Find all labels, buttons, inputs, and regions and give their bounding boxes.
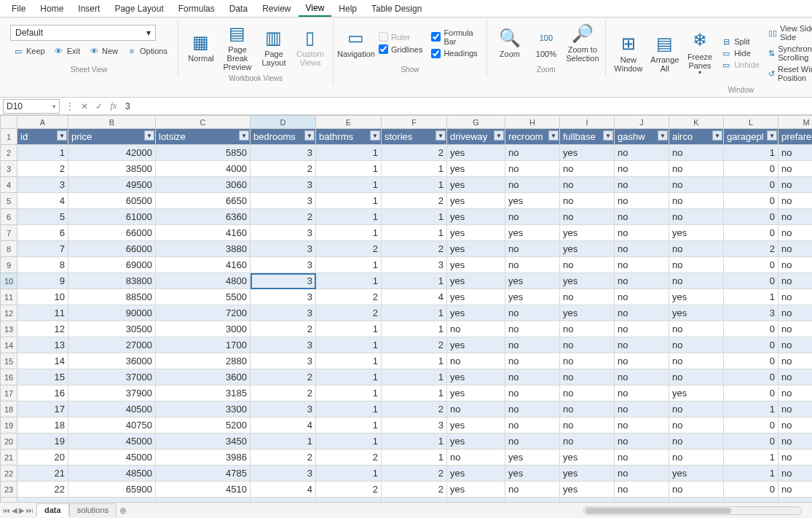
cell[interactable]: no (779, 305, 813, 321)
table-header-gashw[interactable]: gashw▼ (615, 129, 669, 145)
cell[interactable]: 3600 (156, 369, 251, 385)
cell[interactable]: 1 (724, 145, 779, 161)
custom-views-button[interactable]: ▯Custom Views (293, 26, 327, 68)
normal-view-button[interactable]: ▦Normal (184, 31, 218, 64)
cell[interactable]: no (560, 417, 615, 433)
cell[interactable]: 4 (251, 417, 316, 433)
cell[interactable]: 66000 (68, 241, 156, 257)
table-header-recroom[interactable]: recroom▼ (505, 129, 560, 145)
select-all-corner[interactable] (1, 116, 17, 129)
cell[interactable]: no (669, 369, 724, 385)
cell[interactable]: no (669, 433, 724, 450)
cell[interactable]: 2 (382, 145, 447, 161)
ruler-checkbox[interactable]: Ruler (379, 31, 422, 42)
row-header[interactable]: 5 (1, 193, 17, 209)
column-header-J[interactable]: J (615, 116, 669, 129)
cell[interactable]: 83800 (68, 273, 156, 289)
zoom-button[interactable]: 🔍Zoom (493, 26, 527, 60)
cell[interactable]: 0 (724, 337, 779, 353)
cell[interactable]: 5 (17, 209, 68, 225)
cell[interactable]: 4 (251, 482, 316, 498)
cell[interactable]: 1 (316, 466, 382, 482)
cell[interactable]: 4785 (156, 466, 251, 482)
cell[interactable]: 4000 (156, 161, 251, 177)
cell[interactable]: 2 (251, 450, 316, 466)
menu-file[interactable]: File (4, 1, 33, 16)
cell[interactable]: no (615, 273, 669, 289)
cell[interactable]: 2 (316, 241, 382, 257)
cell[interactable]: 61000 (68, 209, 156, 225)
cell[interactable]: no (560, 177, 615, 193)
cell[interactable]: 3 (251, 305, 316, 321)
cell[interactable]: no (560, 257, 615, 273)
cell[interactable]: no (505, 385, 560, 401)
cell[interactable]: 1 (17, 145, 68, 161)
column-header-M[interactable]: M (779, 116, 813, 129)
cell[interactable]: no (779, 385, 813, 401)
cell[interactable]: yes (447, 385, 505, 401)
row-header[interactable]: 15 (1, 353, 17, 369)
cell[interactable]: no (669, 353, 724, 369)
cell[interactable]: 3 (251, 401, 316, 417)
cell[interactable]: 1 (382, 225, 447, 241)
column-header-I[interactable]: I (560, 116, 615, 129)
cell[interactable]: 1 (316, 257, 382, 273)
cell[interactable]: no (560, 337, 615, 353)
cell[interactable]: no (615, 369, 669, 385)
cell[interactable]: 3060 (156, 177, 251, 193)
cell[interactable]: yes (505, 289, 560, 305)
cell[interactable]: no (779, 193, 813, 209)
cell[interactable]: 5850 (156, 145, 251, 161)
filter-arrow-icon[interactable]: ▼ (144, 130, 154, 141)
cell[interactable]: no (560, 289, 615, 305)
cell[interactable]: 2 (382, 401, 447, 417)
table-header-driveway[interactable]: driveway▼ (447, 129, 505, 145)
filter-arrow-icon[interactable]: ▼ (304, 130, 315, 141)
cell[interactable]: no (779, 273, 813, 289)
cell[interactable]: 66000 (68, 225, 156, 241)
cell[interactable]: 21 (17, 466, 68, 482)
column-header-D[interactable]: D (251, 116, 316, 129)
cell[interactable]: no (779, 353, 813, 369)
table-header-fullbase[interactable]: fullbase▼ (560, 129, 615, 145)
cell[interactable]: yes (505, 225, 560, 241)
row-header[interactable]: 1 (1, 129, 17, 145)
filter-arrow-icon[interactable]: ▼ (767, 130, 777, 141)
cell[interactable]: 40750 (68, 417, 156, 433)
table-header-prefarea[interactable]: prefarea▼ (779, 129, 813, 145)
fx-icon[interactable]: fx (106, 101, 121, 111)
cell[interactable]: no (779, 466, 813, 482)
cell[interactable]: 1 (382, 177, 447, 193)
cell[interactable]: yes (560, 450, 615, 466)
row-header[interactable]: 2 (1, 145, 17, 161)
cell[interactable]: 0 (724, 257, 779, 273)
cell[interactable]: 0 (724, 369, 779, 385)
cell[interactable]: 3000 (156, 321, 251, 337)
cell[interactable]: yes (669, 466, 724, 482)
cell[interactable]: 60500 (68, 193, 156, 209)
hide-button[interactable]: ▭Hide (721, 48, 760, 58)
cell[interactable]: 1 (316, 273, 382, 289)
cell[interactable]: yes (560, 241, 615, 257)
menu-home[interactable]: Home (33, 1, 71, 16)
cell[interactable]: no (560, 161, 615, 177)
cell[interactable]: yes (560, 225, 615, 241)
cell[interactable]: 3 (251, 353, 316, 369)
cell[interactable]: no (447, 450, 505, 466)
options-button[interactable]: ≡Options (127, 47, 167, 55)
row-header[interactable]: 6 (1, 209, 17, 225)
cell[interactable]: no (615, 482, 669, 498)
row-header[interactable]: 3 (1, 161, 17, 177)
column-header-A[interactable]: A (17, 116, 68, 129)
row-header[interactable]: 21 (1, 450, 17, 466)
tab-nav[interactable]: ⏮ ◀ ▶ ⏭ (0, 506, 36, 514)
cell[interactable]: no (560, 433, 615, 450)
cell[interactable]: no (615, 433, 669, 450)
cell[interactable]: 0 (724, 193, 779, 209)
navigation-button[interactable]: ▭Navigation (339, 26, 373, 60)
cell[interactable]: yes (447, 369, 505, 385)
split-button[interactable]: ⊟Split (721, 36, 760, 47)
cell[interactable]: 3450 (156, 433, 251, 450)
cell[interactable]: 3 (251, 337, 316, 353)
cell[interactable]: no (560, 369, 615, 385)
